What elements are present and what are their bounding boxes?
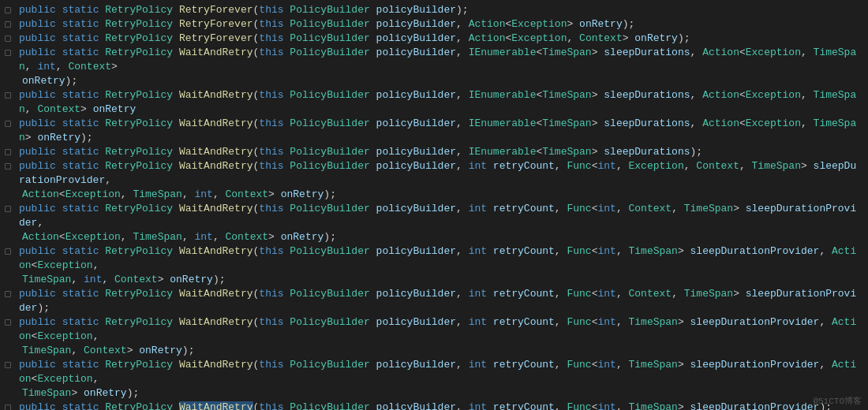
code-line: public static RetryPolicy WaitAndRetry(t… (0, 401, 868, 410)
gutter-15 (0, 287, 16, 297)
code-content: public static RetryPolicy WaitAndRetry(t… (16, 145, 862, 159)
gutter-7 (0, 117, 16, 127)
code-content: public static RetryPolicy WaitAndRetry(t… (16, 401, 862, 410)
code-content: public static RetryPolicy WaitAndRetry(t… (16, 202, 862, 230)
code-line-cont: TimeSpan, int, Context> onRetry); (0, 273, 868, 287)
code-line-cont: TimeSpan, Context> onRetry); (0, 344, 868, 358)
breakpoint-dot[interactable] (5, 92, 11, 99)
code-content: public static RetryPolicy WaitAndRetry(t… (16, 244, 862, 273)
breakpoint-dot[interactable] (5, 121, 11, 127)
code-line: public static RetryPolicy WaitAndRetry(t… (0, 145, 868, 159)
code-line: public static RetryPolicy RetryForever(t… (0, 32, 868, 46)
gutter-18 (0, 358, 16, 368)
gutter-2 (0, 17, 16, 28)
code-line: public static RetryPolicy WaitAndRetry(t… (0, 244, 868, 273)
gutter-9 (0, 159, 16, 170)
code-line: public static RetryPolicy WaitAndRetry(t… (0, 117, 868, 145)
code-content: TimeSpan, Context> onRetry); (19, 344, 862, 358)
code-content: onRetry); (19, 74, 862, 88)
breakpoint-dot[interactable] (5, 248, 11, 255)
breakpoint-dot[interactable] (5, 35, 11, 42)
code-line: public static RetryPolicy RetryForever(t… (0, 17, 868, 32)
code-content: TimeSpan, int, Context> onRetry); (19, 273, 862, 287)
code-content: Action<Exception, TimeSpan, int, Context… (19, 188, 862, 202)
gutter-11 (0, 202, 16, 212)
code-line: public static RetryPolicy WaitAndRetry(t… (0, 88, 868, 117)
code-content: Action<Exception, TimeSpan, int, Context… (19, 230, 862, 244)
breakpoint-dot[interactable] (5, 163, 11, 170)
code-line: public static RetryPolicy WaitAndRetry(t… (0, 202, 868, 230)
code-line: public static RetryPolicy WaitAndRetry(t… (0, 358, 868, 386)
gutter-13 (0, 244, 16, 255)
gutter-16 (0, 315, 16, 326)
code-line-cont: Action<Exception, TimeSpan, int, Context… (0, 230, 868, 244)
code-content: public static RetryPolicy WaitAndRetry(t… (16, 117, 862, 145)
code-line: public static RetryPolicy RetryForever(t… (0, 3, 868, 17)
code-content: public static RetryPolicy RetryForever(t… (16, 3, 862, 17)
code-content: public static RetryPolicy WaitAndRetry(t… (16, 315, 862, 344)
code-content: public static RetryPolicy WaitAndRetry(t… (16, 358, 862, 386)
code-content: public static RetryPolicy WaitAndRetry(t… (16, 46, 862, 74)
code-content: public static RetryPolicy WaitAndRetry(t… (16, 287, 862, 315)
code-line-cont: Action<Exception, TimeSpan, int, Context… (0, 188, 868, 202)
code-line-cont: TimeSpan> onRetry); (0, 386, 868, 401)
code-content: public static RetryPolicy RetryForever(t… (16, 32, 862, 46)
breakpoint-dot[interactable] (5, 404, 11, 410)
code-editor: public static RetryPolicy RetryForever(t… (0, 0, 868, 410)
code-line: public static RetryPolicy WaitAndRetry(t… (0, 159, 868, 188)
code-line: public static RetryPolicy WaitAndRetry(t… (0, 46, 868, 74)
gutter-3 (0, 32, 16, 42)
breakpoint-dot[interactable] (5, 50, 11, 56)
gutter-1 (0, 3, 16, 13)
code-content: public static RetryPolicy WaitAndRetry(t… (16, 159, 862, 188)
code-line: public static RetryPolicy WaitAndRetry(t… (0, 287, 868, 315)
watermark-text: @51CTO博客 (813, 395, 862, 407)
breakpoint-dot[interactable] (5, 206, 11, 212)
gutter-6 (0, 88, 16, 99)
gutter-20 (0, 401, 16, 410)
code-line-cont: onRetry); (0, 74, 868, 88)
breakpoint-dot[interactable] (5, 291, 11, 297)
breakpoint-dot[interactable] (5, 149, 11, 155)
gutter-4 (0, 46, 16, 56)
code-content: TimeSpan> onRetry); (19, 386, 862, 401)
breakpoint-dot[interactable] (5, 21, 11, 28)
gutter-8 (0, 145, 16, 155)
code-line: public static RetryPolicy WaitAndRetry(t… (0, 315, 868, 344)
breakpoint-dot[interactable] (5, 362, 11, 368)
code-content: public static RetryPolicy RetryForever(t… (16, 17, 862, 32)
breakpoint-dot[interactable] (5, 319, 11, 326)
breakpoint-dot[interactable] (5, 7, 11, 13)
code-content: public static RetryPolicy WaitAndRetry(t… (16, 88, 862, 117)
